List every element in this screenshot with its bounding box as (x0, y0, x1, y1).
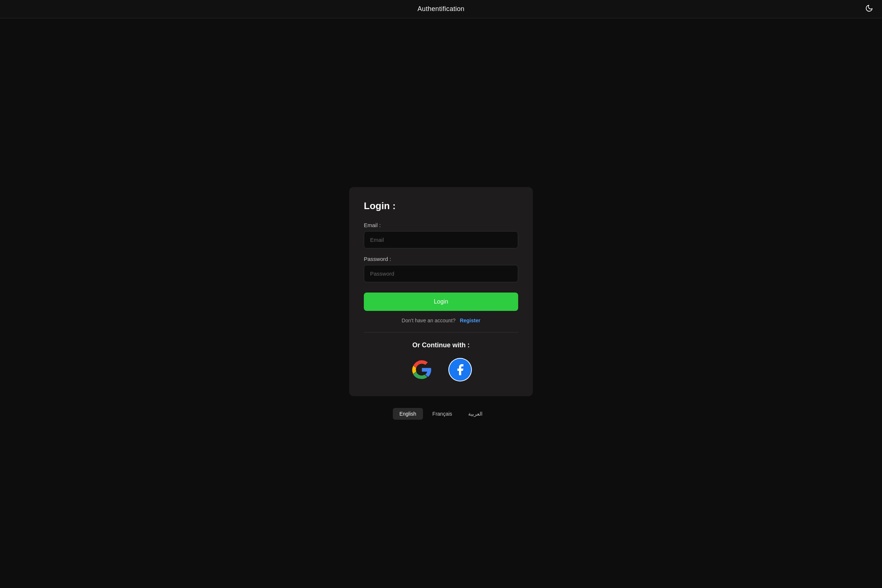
password-label: Password : (364, 256, 518, 262)
facebook-signin-button[interactable] (448, 358, 472, 381)
card-title: Login : (364, 200, 518, 212)
google-icon (412, 360, 432, 380)
language-switcher: English Français العربية (393, 408, 489, 420)
lang-english-button[interactable]: English (393, 408, 423, 420)
app-header: Authentification (0, 0, 882, 18)
login-card: Login : Email : Password : Login Don't h… (349, 187, 533, 396)
google-signin-button[interactable] (410, 358, 434, 381)
app-title: Authentification (417, 5, 465, 13)
facebook-f-icon (453, 363, 467, 376)
register-prompt: Don't have an account? Register (364, 318, 518, 323)
lang-french-button[interactable]: Français (426, 408, 459, 420)
continue-with-label: Or Continue with : (364, 341, 518, 349)
divider (364, 332, 518, 333)
register-link[interactable]: Register (460, 318, 480, 323)
register-prompt-text: Don't have an account? (402, 318, 456, 323)
password-field-group: Password : (364, 256, 518, 282)
email-field-group: Email : (364, 222, 518, 248)
login-button[interactable]: Login (364, 292, 518, 311)
email-label: Email : (364, 222, 518, 228)
email-input[interactable] (364, 231, 518, 248)
theme-toggle-button[interactable] (865, 4, 873, 14)
lang-arabic-button[interactable]: العربية (462, 408, 489, 420)
main-content: Login : Email : Password : Login Don't h… (0, 18, 882, 588)
password-input[interactable] (364, 265, 518, 282)
facebook-icon (449, 358, 471, 381)
social-icons-group (364, 358, 518, 381)
moon-icon (865, 4, 873, 12)
